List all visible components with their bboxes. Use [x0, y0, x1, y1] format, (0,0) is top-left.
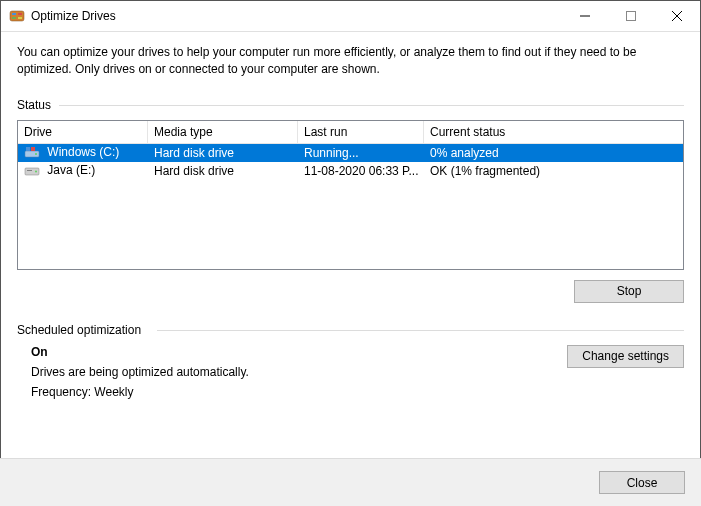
svg-rect-0 — [10, 11, 24, 21]
schedule-frequency: Frequency: Weekly — [31, 385, 559, 399]
col-drive[interactable]: Drive — [18, 121, 148, 143]
drive-icon — [24, 164, 40, 178]
drives-list[interactable]: Drive Media type Last run Current status… — [17, 120, 684, 270]
scheduled-section-header: Scheduled optimization — [17, 323, 684, 337]
svg-rect-11 — [26, 147, 30, 151]
svg-rect-1 — [12, 13, 16, 15]
svg-rect-12 — [31, 147, 35, 151]
stop-button[interactable]: Stop — [574, 280, 684, 303]
drive-name: Windows (C:) — [47, 145, 119, 159]
drive-name: Java (E:) — [47, 163, 95, 177]
titlebar: Optimize Drives — [1, 1, 700, 32]
drive-last: 11-08-2020 06:33 P... — [298, 164, 424, 178]
drive-last: Running... — [298, 146, 424, 160]
scheduled-label: Scheduled optimization — [17, 323, 149, 337]
status-section-header: Status — [17, 98, 684, 112]
description-text: You can optimize your drives to help you… — [17, 44, 684, 78]
table-row[interactable]: Windows (C:) Hard disk drive Running... … — [18, 144, 683, 162]
drive-status: 0% analyzed — [424, 146, 683, 160]
svg-rect-3 — [18, 13, 22, 15]
col-status[interactable]: Current status — [424, 121, 683, 143]
minimize-button[interactable] — [562, 1, 608, 31]
drives-header-row: Drive Media type Last run Current status — [18, 121, 683, 144]
close-button-footer[interactable]: Close — [599, 471, 685, 494]
svg-rect-2 — [12, 17, 16, 19]
window-title: Optimize Drives — [31, 9, 562, 23]
svg-point-10 — [35, 153, 37, 155]
drive-media: Hard disk drive — [148, 146, 298, 160]
table-row[interactable]: Java (E:) Hard disk drive 11-08-2020 06:… — [18, 162, 683, 180]
schedule-state: On — [31, 345, 559, 359]
drive-status: OK (1% fragmented) — [424, 164, 683, 178]
svg-rect-6 — [627, 12, 636, 21]
close-button[interactable] — [654, 1, 700, 31]
schedule-auto-text: Drives are being optimized automatically… — [31, 365, 559, 379]
app-icon — [9, 8, 25, 24]
window-controls — [562, 1, 700, 31]
os-drive-icon — [24, 146, 40, 160]
footer: Close — [0, 458, 701, 506]
change-settings-button[interactable]: Change settings — [567, 345, 684, 368]
status-label: Status — [17, 98, 59, 112]
svg-rect-4 — [18, 17, 22, 19]
svg-rect-15 — [27, 170, 32, 171]
schedule-info: On Drives are being optimized automatica… — [17, 345, 559, 405]
maximize-button[interactable] — [608, 1, 654, 31]
drive-media: Hard disk drive — [148, 164, 298, 178]
col-media[interactable]: Media type — [148, 121, 298, 143]
action-buttons-row: Stop — [17, 280, 684, 303]
col-last[interactable]: Last run — [298, 121, 424, 143]
svg-point-14 — [35, 171, 37, 173]
